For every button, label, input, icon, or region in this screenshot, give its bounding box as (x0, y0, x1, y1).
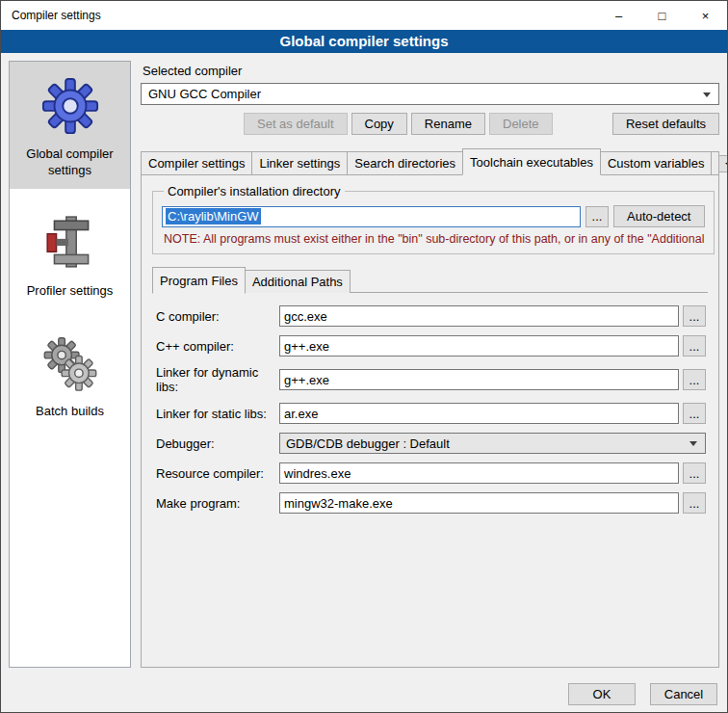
field-label: C++ compiler: (156, 339, 279, 354)
dynamic-linker-row: Linker for dynamic libs: ... (156, 365, 706, 394)
autodetect-button[interactable]: Auto-detect (613, 205, 705, 227)
debugger-dropdown[interactable]: GDB/CDB debugger : Default (279, 433, 706, 454)
tab-compiler-settings[interactable]: Compiler settings (141, 151, 252, 174)
debugger-row: Debugger: GDB/CDB debugger : Default (156, 433, 706, 454)
chevron-down-icon (689, 441, 697, 446)
delete-button: Delete (489, 113, 553, 135)
clamp-tool-icon (39, 211, 102, 275)
toolchain-panel: Compiler's installation directory C:\ray… (141, 174, 719, 668)
resource-compiler-input[interactable] (279, 462, 679, 484)
field-label: Debugger: (156, 436, 279, 451)
sidebar-item-label: Batch builds (36, 404, 104, 420)
c-compiler-row: C compiler: ... (156, 305, 706, 327)
minimize-button[interactable]: – (597, 1, 640, 30)
sidebar-item-label: Global compiler settings (13, 146, 126, 179)
field-label: Linker for static libs: (156, 407, 279, 421)
program-files-panel: C compiler: ... C++ compiler: ... Linker… (152, 292, 708, 657)
tab-custom-variables[interactable]: Custom variables (600, 151, 712, 174)
subtab-additional-paths[interactable]: Additional Paths (245, 270, 351, 293)
compiler-dropdown-value: GNU GCC Compiler (148, 87, 261, 101)
install-dir-group: Compiler's installation directory C:\ray… (152, 184, 715, 254)
browse-button[interactable]: ... (683, 403, 706, 424)
main-panel: Selected compiler GNU GCC Compiler Set a… (141, 61, 719, 668)
maximize-button[interactable]: □ (640, 1, 684, 30)
install-dir-selected-text: C:\raylib\MinGW (166, 208, 261, 224)
ok-button[interactable]: OK (568, 683, 636, 705)
sidebar-item-global-compiler-settings[interactable]: Global compiler settings (10, 62, 130, 189)
resource-compiler-row: Resource compiler: ... (156, 462, 706, 484)
dialog-body: Global compiler settings Profiler settin… (1, 53, 727, 675)
chevron-down-icon (703, 92, 711, 97)
debugger-dropdown-value: GDB/CDB debugger : Default (286, 436, 450, 451)
install-dir-note: NOTE: All programs must exist either in … (164, 232, 705, 246)
field-label: Linker for dynamic libs: (156, 365, 279, 394)
static-linker-input[interactable] (279, 403, 679, 424)
make-program-input[interactable] (279, 492, 679, 514)
gray-gears-icon (39, 331, 102, 395)
set-as-default-button: Set as default (244, 113, 348, 135)
dynamic-linker-input[interactable] (279, 369, 679, 390)
subtab-program-files[interactable]: Program Files (152, 267, 246, 294)
cancel-button[interactable]: Cancel (650, 683, 717, 705)
settings-tabstrip: Compiler settings Linker settings Search… (141, 148, 719, 174)
install-dir-browse-button[interactable]: ... (585, 206, 609, 227)
compiler-actions: Set as default Copy Rename Delete Reset … (141, 113, 719, 135)
cpp-compiler-row: C++ compiler: ... (156, 335, 706, 356)
field-label: Resource compiler: (156, 466, 279, 481)
browse-button[interactable]: ... (683, 305, 706, 327)
settings-sidebar: Global compiler settings Profiler settin… (9, 61, 131, 668)
tab-toolchain-executables[interactable]: Toolchain executables (462, 148, 601, 175)
program-files-tabstrip: Program Files Additional Paths (152, 267, 708, 293)
tab-search-directories[interactable]: Search directories (347, 151, 463, 174)
c-compiler-input[interactable] (279, 305, 679, 327)
window-title: Compiler settings (1, 9, 597, 22)
blue-gear-icon (39, 74, 102, 138)
sidebar-item-label: Profiler settings (27, 283, 114, 300)
close-button[interactable]: × (684, 1, 727, 30)
install-dir-group-title: Compiler's installation directory (164, 184, 345, 198)
tab-linker-settings[interactable]: Linker settings (251, 151, 348, 174)
install-dir-input[interactable]: C:\raylib\MinGW (162, 206, 581, 227)
make-program-row: Make program: ... (156, 492, 706, 514)
static-linker-row: Linker for static libs: ... (156, 403, 706, 424)
tab-scroll-buttons: ◄ ► (718, 155, 727, 174)
dialog-footer: OK Cancel (1, 675, 727, 712)
sidebar-item-batch-builds[interactable]: Batch builds (10, 319, 130, 430)
titlebar: Compiler settings – □ × (1, 1, 727, 30)
cpp-compiler-input[interactable] (279, 335, 679, 356)
page-title: Global compiler settings (1, 30, 727, 53)
compiler-settings-window: Compiler settings – □ × Global compiler … (0, 0, 728, 713)
browse-button[interactable]: ... (683, 369, 706, 390)
compiler-dropdown[interactable]: GNU GCC Compiler (141, 83, 719, 105)
copy-button[interactable]: Copy (351, 113, 407, 135)
reset-defaults-button[interactable]: Reset defaults (612, 113, 719, 135)
install-dir-row: C:\raylib\MinGW ... Auto-detect (162, 205, 705, 227)
browse-button[interactable]: ... (683, 462, 706, 484)
browse-button[interactable]: ... (683, 335, 706, 356)
field-label: C compiler: (156, 309, 279, 324)
tab-scroll-left-icon[interactable]: ◄ (718, 155, 727, 172)
rename-button[interactable]: Rename (411, 113, 485, 135)
field-label: Make program: (156, 496, 279, 511)
selected-compiler-label: Selected compiler (143, 64, 719, 78)
browse-button[interactable]: ... (683, 492, 706, 514)
sidebar-item-profiler-settings[interactable]: Profiler settings (10, 198, 130, 309)
